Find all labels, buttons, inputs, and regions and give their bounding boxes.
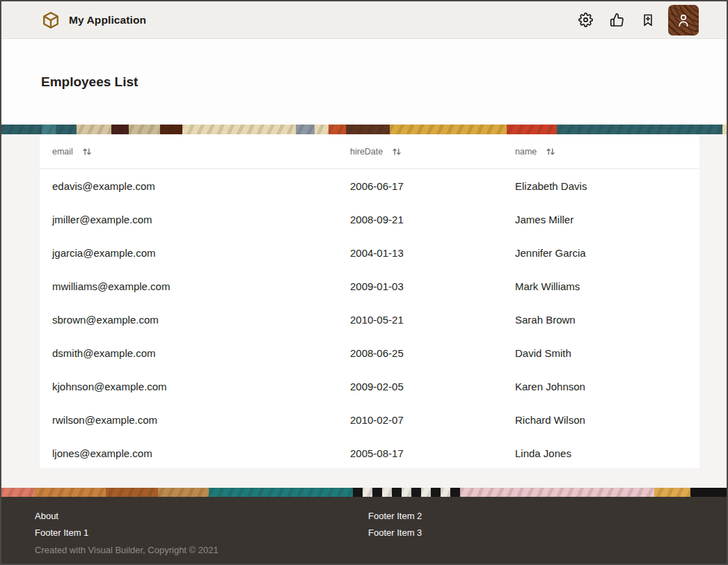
table-row[interactable]: mwilliams@example.com 2009-01-03 Mark Wi… <box>40 269 699 303</box>
cell-name: James Miller <box>503 214 699 225</box>
sort-icon <box>82 147 92 157</box>
column-label: name <box>515 147 537 157</box>
cell-hiredate: 2004-01-13 <box>338 247 503 259</box>
cell-name: Linda Jones <box>503 447 699 459</box>
page-title: Employees List <box>41 74 138 90</box>
cell-hiredate: 2006-06-17 <box>338 180 503 192</box>
footer-link-item-1[interactable]: Footer Item 1 <box>35 527 368 538</box>
bookmark-plus-icon <box>641 13 655 27</box>
cell-email: ljones@example.com <box>40 447 338 459</box>
bookmark-add-button[interactable] <box>635 8 660 33</box>
table-row[interactable]: rwilson@example.com 2010-02-07 Richard W… <box>40 403 699 436</box>
cell-hiredate: 2005-08-17 <box>338 447 503 459</box>
table-header-row: email hireDate <box>40 134 699 169</box>
cell-name: Richard Wilson <box>503 414 699 426</box>
app-header: My Application <box>1 1 727 39</box>
gear-icon <box>578 13 593 27</box>
cell-email: sbrown@example.com <box>40 314 338 326</box>
cell-name: Jennifer Garcia <box>503 247 699 259</box>
cell-name: Sarah Brown <box>503 314 699 326</box>
column-header-email[interactable]: email <box>40 147 338 157</box>
footer-link-about[interactable]: About <box>35 511 368 521</box>
app-footer: About Footer Item 2 Footer Item 1 Footer… <box>1 497 727 564</box>
table-row[interactable]: ljones@example.com 2005-08-17 Linda Jone… <box>40 436 699 470</box>
cell-email: edavis@example.com <box>40 180 338 192</box>
thumbs-up-icon <box>610 13 624 27</box>
column-header-name[interactable]: name <box>503 147 699 157</box>
cell-hiredate: 2008-09-21 <box>338 214 503 225</box>
footer-link-item-2[interactable]: Footer Item 2 <box>368 511 727 521</box>
column-label: hireDate <box>350 147 383 157</box>
table-row[interactable]: kjohnson@example.com 2009-02-05 Karen Jo… <box>40 369 699 403</box>
app-window: My Application <box>0 0 728 565</box>
app-logo-cube-icon <box>42 11 60 29</box>
cell-hiredate: 2010-02-07 <box>338 414 503 426</box>
cell-hiredate: 2009-02-05 <box>338 381 503 392</box>
content-area: email hireDate <box>1 134 727 488</box>
table-row[interactable]: sbrown@example.com 2010-05-21 Sarah Brow… <box>40 303 699 336</box>
header-actions <box>573 5 699 35</box>
copyright-text: Created with Visual Builder, Copyright ©… <box>35 542 727 559</box>
cell-name: Karen Johnson <box>503 381 699 392</box>
cell-name: David Smith <box>503 347 699 359</box>
cell-email: rwilson@example.com <box>40 414 338 426</box>
app-title: My Application <box>69 14 146 26</box>
cell-email: kjohnson@example.com <box>40 381 338 392</box>
like-button[interactable] <box>604 8 629 33</box>
sort-icon <box>546 147 555 157</box>
sort-icon <box>392 147 402 157</box>
page-title-band: Employees List <box>1 39 727 125</box>
footer-links: About Footer Item 2 Footer Item 1 Footer… <box>35 507 727 541</box>
cell-name: Elizabeth Davis <box>503 180 699 192</box>
cell-email: jgarcia@example.com <box>40 247 338 259</box>
brand: My Application <box>42 11 146 29</box>
cell-hiredate: 2008-06-25 <box>338 347 503 359</box>
cell-email: mwilliams@example.com <box>40 280 338 292</box>
cell-name: Mark Williams <box>503 280 699 292</box>
employees-table-panel: email hireDate <box>40 134 699 468</box>
cell-hiredate: 2009-01-03 <box>338 280 503 292</box>
table-row[interactable]: dsmith@example.com 2008-06-25 David Smit… <box>40 336 699 369</box>
decorative-pattern-strip-top <box>1 125 727 134</box>
settings-button[interactable] <box>573 8 598 33</box>
table-row[interactable]: jmiller@example.com 2008-09-21 James Mil… <box>40 202 699 236</box>
cell-email: jmiller@example.com <box>40 214 338 225</box>
user-avatar-button[interactable] <box>668 5 699 35</box>
column-label: email <box>52 147 73 157</box>
cell-email: dsmith@example.com <box>40 347 338 359</box>
column-header-hiredate[interactable]: hireDate <box>338 147 503 157</box>
footer-link-item-3[interactable]: Footer Item 3 <box>368 527 727 538</box>
table-row[interactable]: jgarcia@example.com 2004-01-13 Jennifer … <box>40 236 699 269</box>
person-icon <box>675 12 692 29</box>
decorative-pattern-strip-bottom <box>1 488 727 497</box>
table-row[interactable]: edavis@example.com 2006-06-17 Elizabeth … <box>40 169 699 202</box>
cell-hiredate: 2010-05-21 <box>338 314 503 326</box>
